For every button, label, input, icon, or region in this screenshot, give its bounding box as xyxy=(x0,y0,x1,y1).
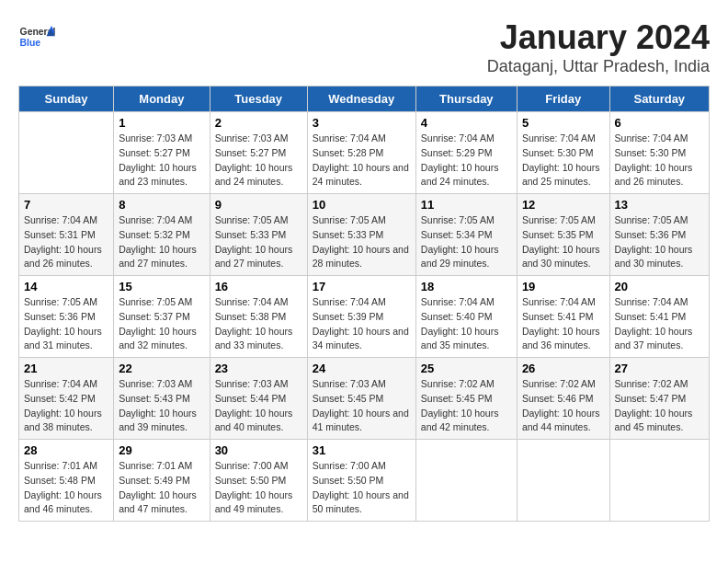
calendar-cell: 1Sunrise: 7:03 AMSunset: 5:27 PMDaylight… xyxy=(114,112,210,194)
day-number: 11 xyxy=(421,198,512,212)
calendar-body: 1Sunrise: 7:03 AMSunset: 5:27 PMDaylight… xyxy=(19,112,710,522)
calendar-cell: 14Sunrise: 7:05 AMSunset: 5:36 PMDayligh… xyxy=(19,276,114,358)
calendar-cell: 22Sunrise: 7:03 AMSunset: 5:43 PMDayligh… xyxy=(114,358,210,440)
day-number: 20 xyxy=(615,280,704,293)
day-number: 10 xyxy=(313,198,411,212)
day-info: Sunrise: 7:03 AMSunset: 5:43 PMDaylight:… xyxy=(119,377,204,435)
day-info: Sunrise: 7:03 AMSunset: 5:44 PMDaylight:… xyxy=(215,377,302,435)
logo-icon: General Blue xyxy=(18,18,55,55)
calendar-cell: 10Sunrise: 7:05 AMSunset: 5:33 PMDayligh… xyxy=(307,194,415,276)
column-header-wednesday: Wednesday xyxy=(307,86,415,112)
day-info: Sunrise: 7:02 AMSunset: 5:45 PMDaylight:… xyxy=(421,377,512,435)
day-number: 21 xyxy=(24,362,108,375)
calendar-cell: 31Sunrise: 7:00 AMSunset: 5:50 PMDayligh… xyxy=(307,440,415,522)
calendar-cell xyxy=(415,440,517,522)
day-number: 6 xyxy=(615,116,704,130)
day-number: 15 xyxy=(119,280,204,293)
column-header-tuesday: Tuesday xyxy=(210,86,307,112)
day-info: Sunrise: 7:04 AMSunset: 5:41 PMDaylight:… xyxy=(522,295,605,353)
calendar-cell: 6Sunrise: 7:04 AMSunset: 5:30 PMDaylight… xyxy=(609,112,709,194)
day-number: 5 xyxy=(522,116,605,130)
calendar-cell: 9Sunrise: 7:05 AMSunset: 5:33 PMDaylight… xyxy=(210,194,307,276)
week-row-4: 21Sunrise: 7:04 AMSunset: 5:42 PMDayligh… xyxy=(19,358,710,440)
calendar-cell: 20Sunrise: 7:04 AMSunset: 5:41 PMDayligh… xyxy=(609,276,709,358)
calendar-cell: 19Sunrise: 7:04 AMSunset: 5:41 PMDayligh… xyxy=(517,276,609,358)
day-info: Sunrise: 7:04 AMSunset: 5:39 PMDaylight:… xyxy=(313,295,411,353)
day-number: 12 xyxy=(522,198,605,212)
day-info: Sunrise: 7:04 AMSunset: 5:29 PMDaylight:… xyxy=(421,132,512,190)
day-info: Sunrise: 7:05 AMSunset: 5:35 PMDaylight:… xyxy=(522,213,605,271)
day-number: 25 xyxy=(421,362,512,375)
calendar-cell: 28Sunrise: 7:01 AMSunset: 5:48 PMDayligh… xyxy=(19,440,114,522)
day-number: 26 xyxy=(522,362,605,375)
calendar-cell: 5Sunrise: 7:04 AMSunset: 5:30 PMDaylight… xyxy=(517,112,609,194)
calendar-cell: 24Sunrise: 7:03 AMSunset: 5:45 PMDayligh… xyxy=(307,358,415,440)
calendar-cell: 23Sunrise: 7:03 AMSunset: 5:44 PMDayligh… xyxy=(210,358,307,440)
calendar-cell: 11Sunrise: 7:05 AMSunset: 5:34 PMDayligh… xyxy=(415,194,517,276)
day-number: 23 xyxy=(215,362,302,375)
day-info: Sunrise: 7:04 AMSunset: 5:41 PMDaylight:… xyxy=(615,295,704,353)
calendar-cell: 16Sunrise: 7:04 AMSunset: 5:38 PMDayligh… xyxy=(210,276,307,358)
calendar-cell: 30Sunrise: 7:00 AMSunset: 5:50 PMDayligh… xyxy=(210,440,307,522)
day-number: 31 xyxy=(313,443,411,457)
day-number: 27 xyxy=(615,362,704,375)
logo: General Blue xyxy=(18,18,55,55)
day-number: 7 xyxy=(24,198,108,212)
day-info: Sunrise: 7:00 AMSunset: 5:50 PMDaylight:… xyxy=(215,459,302,517)
day-number: 30 xyxy=(215,443,302,457)
calendar-cell xyxy=(19,112,114,194)
calendar-cell: 13Sunrise: 7:05 AMSunset: 5:36 PMDayligh… xyxy=(609,194,709,276)
calendar-header-row: SundayMondayTuesdayWednesdayThursdayFrid… xyxy=(19,86,710,112)
day-info: Sunrise: 7:05 AMSunset: 5:36 PMDaylight:… xyxy=(615,213,704,271)
column-header-monday: Monday xyxy=(114,86,210,112)
calendar-cell: 3Sunrise: 7:04 AMSunset: 5:28 PMDaylight… xyxy=(307,112,415,194)
day-number: 14 xyxy=(24,280,108,293)
calendar-cell: 25Sunrise: 7:02 AMSunset: 5:45 PMDayligh… xyxy=(415,358,517,440)
calendar-cell: 7Sunrise: 7:04 AMSunset: 5:31 PMDaylight… xyxy=(19,194,114,276)
day-info: Sunrise: 7:05 AMSunset: 5:34 PMDaylight:… xyxy=(421,213,512,271)
day-info: Sunrise: 7:01 AMSunset: 5:48 PMDaylight:… xyxy=(24,459,108,517)
day-info: Sunrise: 7:05 AMSunset: 5:36 PMDaylight:… xyxy=(24,295,108,353)
week-row-5: 28Sunrise: 7:01 AMSunset: 5:48 PMDayligh… xyxy=(19,440,710,522)
day-info: Sunrise: 7:03 AMSunset: 5:45 PMDaylight:… xyxy=(313,377,411,435)
day-number: 2 xyxy=(215,116,302,130)
page-subtitle: Dataganj, Uttar Pradesh, India xyxy=(487,57,710,76)
calendar-cell: 17Sunrise: 7:04 AMSunset: 5:39 PMDayligh… xyxy=(307,276,415,358)
day-number: 24 xyxy=(313,362,411,375)
day-number: 17 xyxy=(313,280,411,293)
day-info: Sunrise: 7:03 AMSunset: 5:27 PMDaylight:… xyxy=(119,132,204,190)
calendar-cell: 15Sunrise: 7:05 AMSunset: 5:37 PMDayligh… xyxy=(114,276,210,358)
column-header-saturday: Saturday xyxy=(609,86,709,112)
week-row-2: 7Sunrise: 7:04 AMSunset: 5:31 PMDaylight… xyxy=(19,194,710,276)
day-info: Sunrise: 7:05 AMSunset: 5:33 PMDaylight:… xyxy=(313,213,411,271)
day-number: 29 xyxy=(119,443,204,457)
calendar-cell: 27Sunrise: 7:02 AMSunset: 5:47 PMDayligh… xyxy=(609,358,709,440)
day-number: 3 xyxy=(313,116,411,130)
day-info: Sunrise: 7:01 AMSunset: 5:49 PMDaylight:… xyxy=(119,459,204,517)
calendar-cell: 18Sunrise: 7:04 AMSunset: 5:40 PMDayligh… xyxy=(415,276,517,358)
calendar-cell: 12Sunrise: 7:05 AMSunset: 5:35 PMDayligh… xyxy=(517,194,609,276)
day-info: Sunrise: 7:03 AMSunset: 5:27 PMDaylight:… xyxy=(215,132,302,190)
calendar-cell: 2Sunrise: 7:03 AMSunset: 5:27 PMDaylight… xyxy=(210,112,307,194)
calendar-cell: 29Sunrise: 7:01 AMSunset: 5:49 PMDayligh… xyxy=(114,440,210,522)
day-info: Sunrise: 7:04 AMSunset: 5:38 PMDaylight:… xyxy=(215,295,302,353)
day-number: 18 xyxy=(421,280,512,293)
day-number: 9 xyxy=(215,198,302,212)
calendar-cell xyxy=(609,440,709,522)
day-info: Sunrise: 7:05 AMSunset: 5:37 PMDaylight:… xyxy=(119,295,204,353)
page-header: General Blue January 2024 Dataganj, Utta… xyxy=(18,18,710,76)
calendar-cell: 8Sunrise: 7:04 AMSunset: 5:32 PMDaylight… xyxy=(114,194,210,276)
calendar-cell: 4Sunrise: 7:04 AMSunset: 5:29 PMDaylight… xyxy=(415,112,517,194)
column-header-friday: Friday xyxy=(517,86,609,112)
calendar-cell: 26Sunrise: 7:02 AMSunset: 5:46 PMDayligh… xyxy=(517,358,609,440)
day-number: 19 xyxy=(522,280,605,293)
column-header-sunday: Sunday xyxy=(19,86,114,112)
day-info: Sunrise: 7:04 AMSunset: 5:32 PMDaylight:… xyxy=(119,213,204,271)
svg-text:Blue: Blue xyxy=(20,38,41,48)
calendar-cell: 21Sunrise: 7:04 AMSunset: 5:42 PMDayligh… xyxy=(19,358,114,440)
page-title: January 2024 xyxy=(487,18,710,57)
title-area: January 2024 Dataganj, Uttar Pradesh, In… xyxy=(487,18,710,76)
day-info: Sunrise: 7:00 AMSunset: 5:50 PMDaylight:… xyxy=(313,459,411,517)
day-info: Sunrise: 7:04 AMSunset: 5:30 PMDaylight:… xyxy=(615,132,704,190)
day-number: 22 xyxy=(119,362,204,375)
